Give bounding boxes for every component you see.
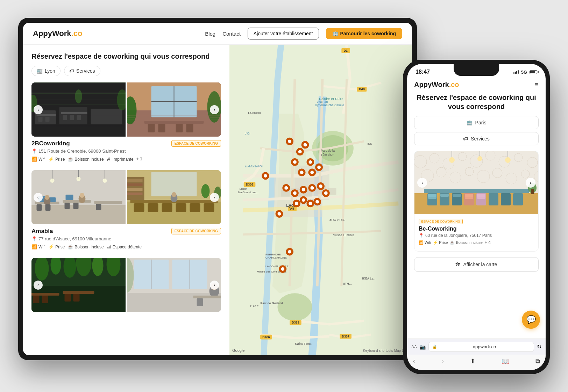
printer-icon: 🖨	[107, 157, 111, 162]
google-attribution: Google	[232, 348, 244, 353]
svg-rect-63	[190, 203, 200, 212]
svg-text:8TH...: 8TH...	[343, 282, 352, 285]
svg-text:D306: D306	[246, 183, 253, 186]
svg-text:7. ARR.: 7. ARR.	[250, 305, 260, 308]
phone-card-body: ESPACE DE COWORKING Be-Coworking 📍 60 ru…	[414, 214, 538, 251]
amenity-boisson: ☕ Boisson incluse	[68, 157, 104, 162]
add-establishment-button[interactable]: Ajouter votre établissement	[248, 28, 319, 39]
svg-rect-234	[428, 194, 436, 199]
svg-rect-227	[501, 193, 511, 205]
next-image-btn[interactable]: ›	[210, 105, 219, 114]
svg-point-177	[295, 202, 298, 205]
text-size-icon[interactable]: AA	[411, 344, 417, 349]
prev-image-btn-amabla[interactable]: ‹	[34, 193, 43, 202]
show-map-button[interactable]: 🗺 Afficher la carte	[414, 257, 539, 272]
svg-rect-12	[63, 115, 67, 120]
status-icons: 5G	[513, 70, 537, 75]
phone-amenity-boisson: ☕ Boisson incluse	[450, 240, 482, 245]
svg-point-6	[117, 89, 126, 110]
bookmarks-button[interactable]: 📖	[502, 357, 509, 365]
listing-card-2bcoworking: ‹	[31, 82, 221, 162]
browse-icon: 🏢	[332, 31, 338, 36]
svg-rect-3	[59, 107, 87, 124]
listing-card-third: ‹	[31, 258, 221, 312]
more-amenities-2bco: + 1	[136, 157, 142, 162]
hamburger-menu[interactable]: ≡	[534, 81, 539, 89]
svg-text:au-Mont-d'Or: au-Mont-d'Or	[245, 165, 263, 168]
svg-rect-220	[424, 189, 529, 193]
svg-rect-66	[127, 179, 143, 182]
location-icon: 📍	[31, 236, 37, 241]
svg-text:IKEA Ly...: IKEA Ly...	[362, 277, 376, 280]
svg-text:Tête d'Or: Tête d'Or	[321, 153, 334, 157]
phone-content[interactable]: AppyWork.co ≡ Réservez l'espace de cowor…	[407, 75, 546, 339]
services-filter-chip[interactable]: 🏷 Services	[64, 66, 100, 76]
phone-listing-name: Be-Coworking	[419, 226, 534, 232]
amenity-boisson-amabla: ☕ Boisson incluse	[68, 244, 104, 249]
nav-blog[interactable]: Blog	[205, 31, 215, 37]
phone-prev-image-btn[interactable]: ‹	[417, 178, 427, 188]
svg-rect-26	[148, 124, 155, 132]
phone-city-filter[interactable]: 🏢 Paris	[414, 116, 539, 129]
svg-point-171	[310, 186, 314, 190]
share-button[interactable]: ⬆	[470, 357, 475, 365]
location-filter-chip[interactable]: 🏢 Lyon	[31, 66, 61, 76]
phone-listing-card: ‹ › ESPACE DE COWORKING Be-Coworking 📍 6…	[414, 151, 539, 252]
prev-image-btn-third[interactable]: ‹	[34, 281, 43, 290]
svg-rect-88	[73, 294, 80, 302]
svg-point-48	[45, 195, 50, 200]
reader-icon[interactable]: 📷	[420, 344, 426, 350]
svg-rect-11	[45, 117, 50, 122]
svg-rect-14	[77, 115, 81, 120]
map-panel: A8 D1 D48 D306	[229, 45, 412, 355]
svg-text:INS: INS	[367, 142, 372, 145]
forward-button[interactable]: ›	[441, 357, 444, 366]
svg-point-163	[317, 166, 321, 169]
svg-rect-195	[414, 151, 538, 193]
nav-contact[interactable]: Contact	[222, 31, 241, 37]
next-image-btn-amabla[interactable]: ›	[210, 193, 219, 202]
svg-point-189	[288, 250, 291, 254]
svg-rect-25	[144, 121, 204, 124]
url-text: appwork.co	[439, 344, 530, 349]
amenity-row-2bco: 📶 Wifi ⚡ Prise ☕ Boisson incluse	[31, 157, 221, 162]
svg-point-215	[449, 157, 455, 163]
svg-rect-87	[65, 294, 71, 302]
browser-bar: AA 📷 🔒 appwork.co ↻	[407, 339, 546, 355]
svg-point-155	[293, 160, 297, 164]
tabs-button[interactable]: ⧉	[535, 358, 540, 365]
svg-rect-231	[453, 194, 461, 197]
power-icon: ⚡	[48, 157, 54, 162]
svg-text:D48: D48	[359, 87, 364, 91]
refresh-icon[interactable]: ↻	[537, 343, 541, 350]
phone-services-filter[interactable]: 🏷 Services	[414, 132, 539, 145]
listing-name-2bco: 2BCoworking	[31, 140, 70, 147]
chat-bubble-button[interactable]: 💬	[522, 311, 540, 329]
next-image-btn-third[interactable]: ›	[210, 281, 219, 290]
svg-rect-83	[31, 293, 59, 296]
battery-icon	[530, 70, 537, 74]
wifi-icon: 📶	[31, 244, 37, 249]
phone-amenities: 📶 Wifi ⚡ Prise ☕ Boisson incluse	[419, 240, 534, 245]
svg-text:Bla-Demi-Lune...: Bla-Demi-Lune...	[238, 191, 258, 194]
svg-point-187	[278, 212, 281, 216]
browser-navigation: ‹ › ⬆ 📖 ⧉	[407, 355, 546, 370]
phone-listing-badge: ESPACE DE COWORKING	[419, 219, 463, 224]
svg-rect-13	[70, 115, 74, 120]
browse-coworking-button[interactable]: 🏢 Parcourir les coworking	[326, 28, 403, 39]
svg-point-38	[77, 177, 81, 181]
svg-rect-61	[162, 203, 172, 212]
tablet-nav: Blog Contact Ajouter votre établissement…	[205, 28, 402, 39]
svg-rect-86	[42, 296, 48, 303]
card-images-third: ‹	[31, 258, 221, 312]
svg-rect-85	[33, 296, 40, 303]
url-bar[interactable]: 🔒 appwork.co	[428, 342, 534, 352]
lounge-icon: 🛋	[107, 244, 111, 249]
prev-image-btn[interactable]: ‹	[34, 105, 43, 114]
svg-point-183	[315, 200, 319, 204]
status-time: 18:47	[416, 69, 430, 75]
map-container: A8 D1 D48 D306	[229, 45, 412, 355]
phone-next-image-btn[interactable]: ›	[526, 178, 535, 188]
svg-rect-60	[148, 203, 158, 212]
back-button[interactable]: ‹	[413, 357, 415, 366]
